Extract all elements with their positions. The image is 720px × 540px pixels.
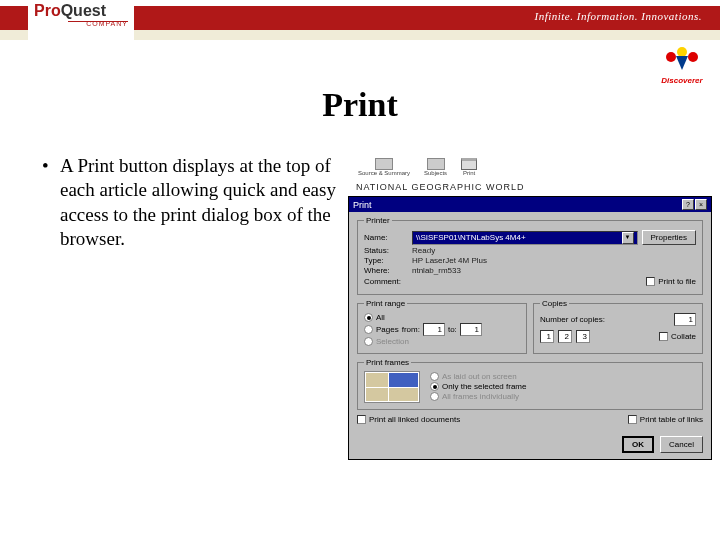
frames-laidout-radio[interactable]: As laid out on screen — [430, 372, 526, 381]
printer-name-select[interactable]: \\SISFSP01\NTNLabSys 4M4+ ▼ — [412, 231, 638, 245]
dialog-titlebar: Print ? × — [349, 197, 711, 212]
ok-button[interactable]: OK — [622, 436, 654, 453]
cancel-button[interactable]: Cancel — [660, 436, 703, 453]
logo-company: COMPANY — [34, 20, 128, 27]
range-to-input[interactable]: 1 — [460, 323, 482, 336]
copies-group: Copies Number of copies: 1 1 2 3 Collate — [533, 299, 703, 354]
article-title: NATIONAL GEOGRAPHIC WORLD — [348, 180, 712, 194]
subjects-icon — [427, 158, 445, 170]
source-summary-icon — [375, 158, 393, 170]
print-dialog: Print ? × Printer Name: \\SISFSP01\NTNLa… — [348, 196, 712, 460]
tagline: Infinite. Information. Innovations. — [534, 10, 702, 22]
print-dialog-screenshot: Source & Summary Subjects Print NATIONAL… — [348, 154, 712, 460]
print-to-file-checkbox[interactable]: Print to file — [646, 277, 696, 286]
frames-selected-radio[interactable]: Only the selected frame — [430, 382, 526, 391]
dialog-title-text: Print — [353, 200, 372, 210]
linked-docs-checkbox[interactable]: Print all linked documents — [357, 415, 460, 424]
copies-input[interactable]: 1 — [674, 313, 696, 326]
range-all-radio[interactable]: All — [364, 313, 520, 322]
type-label: Type: — [364, 256, 408, 265]
logo-quest: Quest — [61, 2, 106, 19]
slide-title: Print — [0, 86, 720, 124]
status-value: Ready — [412, 246, 435, 255]
where-value: ntnlab_rm533 — [412, 266, 461, 275]
article-toolbar: Source & Summary Subjects Print — [348, 154, 712, 180]
slide-header: Infinite. Information. Innovations. ProQ… — [0, 0, 720, 50]
range-from-input[interactable]: 1 — [423, 323, 445, 336]
range-selection-radio[interactable]: Selection — [364, 337, 520, 346]
proquest-logo: ProQuest COMPANY — [28, 0, 134, 40]
frames-all-radio[interactable]: All frames individually — [430, 392, 526, 401]
table-links-checkbox[interactable]: Print table of links — [628, 415, 703, 424]
collate-checkbox[interactable]: Collate — [659, 332, 696, 341]
logo-pro: Pro — [34, 2, 61, 19]
properties-button[interactable]: Properties — [642, 230, 696, 245]
frames-legend: Print frames — [364, 358, 411, 367]
chevron-down-icon: ▼ — [622, 232, 634, 244]
print-icon — [461, 158, 477, 170]
discoverer-label: Discoverer — [654, 76, 710, 85]
bullet-list: A Print button displays at the top of ea… — [40, 154, 340, 460]
dialog-close-button[interactable]: × — [695, 199, 707, 210]
toolbar-print[interactable]: Print — [461, 158, 477, 176]
print-frames-group: Print frames As laid out on screen Only … — [357, 358, 703, 410]
discoverer-logo: Discoverer — [654, 46, 710, 85]
bullet-item: A Print button displays at the top of ea… — [40, 154, 340, 251]
where-label: Where: — [364, 266, 408, 275]
toolbar-subjects[interactable]: Subjects — [424, 158, 447, 176]
printer-group: Printer Name: \\SISFSP01\NTNLabSys 4M4+ … — [357, 216, 703, 295]
name-label: Name: — [364, 233, 408, 242]
printer-legend: Printer — [364, 216, 392, 225]
frames-preview-icon — [364, 371, 420, 403]
print-range-group: Print range All Pages from: 1 to: 1 Sele… — [357, 299, 527, 354]
copies-legend: Copies — [540, 299, 569, 308]
comment-label: Comment: — [364, 277, 408, 286]
range-legend: Print range — [364, 299, 407, 308]
toolbar-source-summary[interactable]: Source & Summary — [358, 158, 410, 176]
range-pages-radio[interactable]: Pages — [364, 325, 399, 334]
dialog-help-button[interactable]: ? — [682, 199, 694, 210]
type-value: HP LaserJet 4M Plus — [412, 256, 487, 265]
copies-label: Number of copies: — [540, 315, 605, 324]
status-label: Status: — [364, 246, 408, 255]
